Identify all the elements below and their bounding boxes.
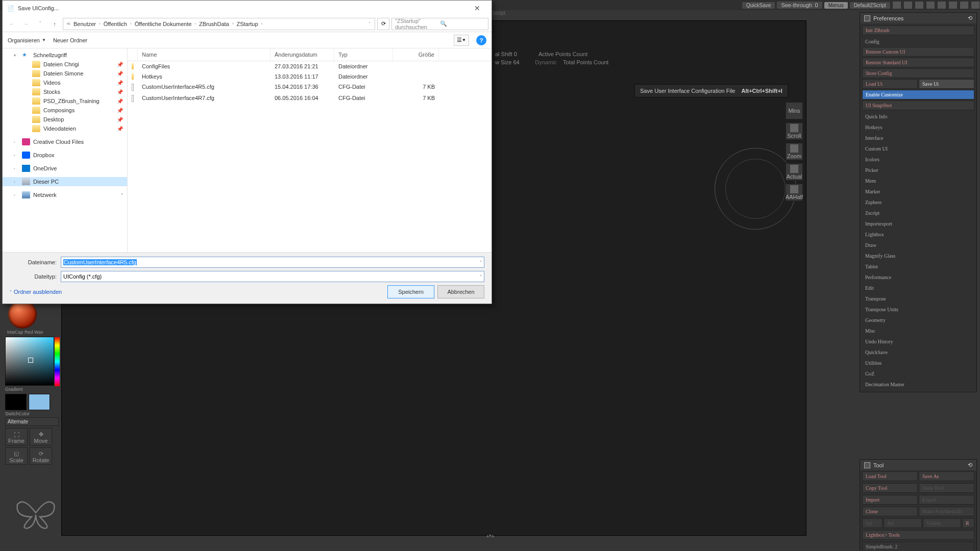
bottom-handle[interactable]: ▴▾▴ [475, 533, 505, 538]
matcap-thumbnail[interactable] [8, 300, 37, 329]
pref-section-lightbox[interactable]: Lightbox [862, 229, 974, 239]
dialog-titlebar[interactable]: 📄 Save UIConfig... ✕ [3, 1, 492, 16]
pref-section-mem[interactable]: Mem [862, 176, 974, 185]
filetype-select[interactable]: UIConfig (*.cfg)˅ [61, 271, 484, 282]
tree-item[interactable]: Desktop📌 [3, 115, 127, 124]
pref-section-geometry[interactable]: Geometry [862, 315, 974, 324]
menus-toggle[interactable]: Menus [824, 2, 848, 9]
pref-section-importexport[interactable]: Importexport [862, 218, 974, 228]
save-as-button[interactable]: Save As [919, 471, 974, 481]
rotate-button[interactable]: ⟳Rotate [30, 447, 52, 465]
folder-tree[interactable]: ▾Schnellzugriff Dateien Chrigi📌Dateien S… [3, 48, 128, 252]
tree-item[interactable]: Videos📌 [3, 78, 127, 87]
move-button[interactable]: ✥Move [30, 428, 52, 445]
store-config-button[interactable]: Store Config [862, 68, 974, 78]
swatch-black[interactable] [5, 394, 27, 410]
titlebar-icon[interactable] [893, 2, 901, 9]
pref-section-tablet[interactable]: Tablet [862, 261, 974, 271]
list-row[interactable]: CustomUserInterface4R7.cfg06.05.2016 16:… [128, 93, 492, 104]
pref-section-quick-info[interactable]: Quick Info [862, 111, 974, 121]
pref-section-misc[interactable]: Misc [862, 325, 974, 335]
lightbox-tools-button[interactable]: Lightbox> Tools [862, 530, 974, 540]
alternate-button[interactable]: Alternate [5, 417, 59, 426]
refresh-button[interactable]: ⟳ [377, 18, 389, 30]
tree-item[interactable]: Videodateien📌 [3, 124, 127, 133]
zoom-tool[interactable]: Zoom [786, 143, 803, 160]
view-menu[interactable]: ☰ ▼ [454, 35, 469, 46]
col-type[interactable]: Typ [334, 48, 393, 61]
minimize-icon[interactable] [949, 2, 957, 9]
scale-button[interactable]: ◱Scale [5, 447, 28, 465]
save-button[interactable]: Speichern [387, 285, 434, 298]
list-header[interactable]: Name Änderungsdatum Typ Größe [128, 48, 492, 61]
r-button[interactable]: R [962, 518, 974, 528]
help-button[interactable]: ? [476, 35, 486, 45]
pref-section-interface[interactable]: Interface [862, 133, 974, 142]
hide-folders-toggle[interactable]: ˄Ordner ausblenden [10, 289, 62, 295]
breadcrumb[interactable]: ≪ Benutzer› Öffentlich› Öffentliche Doku… [63, 18, 375, 30]
list-row[interactable]: ConfigFiles27.03.2016 21:21Dateiordner [128, 61, 492, 71]
load-ui-button[interactable]: Load Ui [862, 79, 918, 89]
tree-dropbox[interactable]: ›Dropbox [3, 151, 127, 160]
pref-section-custom-ui[interactable]: Custom UI [862, 143, 974, 153]
tree-item[interactable]: Dateien Chrigi📌 [3, 60, 127, 69]
pref-section-performance[interactable]: Performance [862, 272, 974, 282]
mins-tool[interactable]: Mins [786, 102, 803, 119]
crumb[interactable]: ZBrushData [197, 21, 231, 27]
tree-quickaccess[interactable]: ▾Schnellzugriff [3, 51, 127, 60]
new-folder-button[interactable]: Neuer Ordner [53, 37, 87, 43]
clone-button[interactable]: Clone [862, 507, 918, 516]
titlebar-icon[interactable] [915, 2, 923, 9]
load-tool-button[interactable]: Load Tool [862, 471, 918, 481]
recent-dropdown[interactable]: ˅ [34, 18, 46, 30]
restore-standard-ui-button[interactable]: Restore Standard UI [862, 58, 974, 67]
restore-custom-ui-button[interactable]: Restore Custom UI [862, 47, 974, 57]
pref-section-quicksave[interactable]: QuickSave [862, 347, 974, 357]
list-row[interactable]: Hotkeys13.03.2016 11:17Dateiordner [128, 71, 492, 82]
enable-customize-toggle[interactable]: Enable Customize [862, 90, 974, 99]
actual-tool[interactable]: Actual [786, 163, 803, 181]
default-zscript[interactable]: DefaultZScript [850, 2, 890, 9]
pref-section-transpose[interactable]: Transpose [862, 293, 974, 303]
pref-section-edit[interactable]: Edit [862, 283, 974, 292]
maximize-icon[interactable] [960, 2, 968, 9]
titlebar-icon[interactable] [904, 2, 912, 9]
filename-input[interactable]: CustomUserInterface4R5.cfg˅ [61, 257, 484, 268]
tree-item[interactable]: Composings📌 [3, 106, 127, 115]
pref-section-utilities[interactable]: Utilities [862, 358, 974, 367]
up-button[interactable]: ↑ [48, 18, 61, 30]
pref-section-zsphere[interactable]: Zsphere [862, 197, 974, 207]
scroll-tool[interactable]: Scroll [786, 122, 803, 140]
pref-section-goz[interactable]: GoZ [862, 368, 974, 378]
cancel-button[interactable]: Abbrechen [437, 285, 484, 298]
hue-bar[interactable] [55, 337, 60, 386]
init-zbrush-button[interactable]: Init ZBrush [862, 26, 974, 35]
ui-snapshot-button[interactable]: UI SnapShot [862, 101, 974, 110]
color-picker[interactable] [5, 337, 54, 386]
pref-section-magnify-glass[interactable]: Magnify Glass [862, 251, 974, 260]
swatch-blue[interactable] [29, 394, 50, 410]
crumb[interactable]: ZStartup [234, 21, 260, 27]
list-row[interactable]: CustomUserInterface4R5.cfg15.04.2016 17:… [128, 82, 492, 93]
pref-section-picker[interactable]: Picker [862, 165, 974, 174]
tree-creative-cloud[interactable]: ›Creative Cloud Files [3, 137, 127, 146]
titlebar-icon[interactable] [926, 2, 935, 9]
back-button[interactable]: ← [6, 18, 18, 30]
switch-color-button[interactable]: SwitchColor [5, 411, 59, 416]
crumb[interactable]: Öffentlich [102, 21, 129, 27]
titlebar-icon[interactable] [938, 2, 946, 9]
organize-menu[interactable]: Organisieren ▼ [8, 37, 46, 43]
crumb[interactable]: Benutzer [71, 21, 98, 27]
pref-section-undo-history[interactable]: Undo History [862, 336, 974, 346]
tree-item[interactable]: PSD_ZBrush_Training📌 [3, 96, 127, 106]
col-date[interactable]: Änderungsdatum [271, 48, 334, 61]
tree-item[interactable]: Stocks📌 [3, 87, 127, 96]
close-button[interactable]: ✕ [467, 1, 487, 15]
simplebrush-label[interactable]: SimpleBrush. 2 [862, 542, 974, 551]
copy-tool-button[interactable]: Copy Tool [862, 483, 918, 493]
aahalf-tool[interactable]: AAHalf [786, 184, 803, 201]
pref-section-marker[interactable]: Marker [862, 186, 974, 196]
pref-section-hotkeys[interactable]: Hotkeys [862, 122, 974, 132]
tree-item[interactable]: Dateien Simone📌 [3, 69, 127, 78]
pref-section-draw[interactable]: Draw [862, 240, 974, 249]
